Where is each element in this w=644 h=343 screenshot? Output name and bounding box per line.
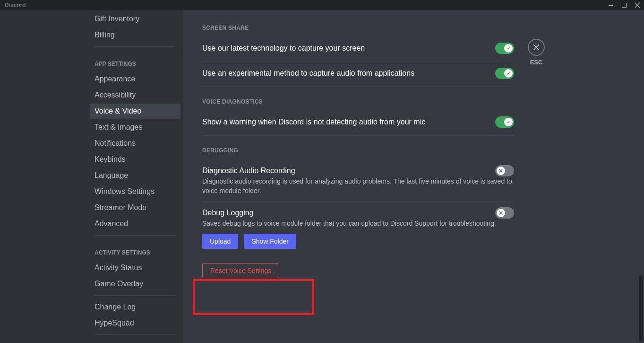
sidebar-item-language[interactable]: Language: [90, 168, 180, 183]
divider: [94, 334, 176, 335]
svg-rect-0: [609, 5, 613, 6]
divider: [94, 235, 176, 236]
toggle-diagnostic-recording[interactable]: [495, 165, 514, 176]
sidebar-item-change-log[interactable]: Change Log: [90, 299, 180, 315]
close-settings-button[interactable]: [528, 39, 545, 56]
x-icon: [498, 168, 504, 174]
sidebar-header-activity-settings: ACTIVITY SETTINGS: [90, 239, 180, 259]
check-icon: [506, 70, 511, 76]
section-header-screen-share: SCREEN SHARE: [202, 25, 514, 31]
x-icon: [498, 210, 504, 216]
check-icon: [506, 45, 511, 51]
toggle-mic-warning[interactable]: [495, 116, 514, 128]
settings-sidebar: Gift Inventory Billing APP SETTINGS Appe…: [80, 10, 183, 343]
maximize-button[interactable]: [621, 2, 627, 8]
scrollbar-thumb[interactable]: [639, 275, 643, 342]
setting-latest-tech-label: Use our latest technology to capture you…: [202, 44, 495, 53]
sidebar-item-billing[interactable]: Billing: [90, 27, 180, 43]
divider: [94, 46, 176, 47]
setting-diagnostic-recording-label: Diagnostic Audio Recording: [202, 167, 495, 175]
reset-voice-settings-button[interactable]: Reset Voice Settings: [202, 263, 279, 278]
toggle-experimental-audio[interactable]: [495, 68, 514, 79]
esc-label: ESC: [528, 59, 545, 66]
divider: [202, 135, 514, 136]
close-window-button[interactable]: [635, 2, 640, 8]
sidebar-item-gift-inventory[interactable]: Gift Inventory: [90, 11, 180, 26]
upload-button[interactable]: Upload: [202, 234, 238, 249]
toggle-debug-logging[interactable]: [495, 207, 514, 219]
sidebar-item-activity-status[interactable]: Activity Status: [90, 260, 180, 275]
svg-rect-1: [622, 3, 627, 8]
sidebar-item-notifications[interactable]: Notifications: [90, 136, 180, 151]
sidebar-item-accessibility[interactable]: Accessibility: [90, 88, 180, 103]
setting-experimental-audio-label: Use an experimental method to capture au…: [202, 69, 495, 78]
section-header-voice-diagnostics: VOICE DIAGNOSTICS: [202, 98, 514, 105]
sidebar-item-voice-video[interactable]: Voice & Video: [90, 104, 180, 119]
sidebar-item-game-overlay[interactable]: Game Overlay: [90, 276, 180, 291]
divider: [202, 87, 514, 87]
setting-diagnostic-recording-note: Diagnostic audio recording is used for a…: [202, 176, 514, 195]
toggle-latest-tech[interactable]: [495, 43, 514, 54]
titlebar: Discord: [0, 0, 644, 10]
setting-debug-logging-note: Saves debug logs to voice module folder …: [202, 219, 514, 228]
app-name: Discord: [4, 2, 26, 9]
divider: [94, 295, 176, 296]
check-icon: [506, 119, 511, 125]
sidebar-item-advanced[interactable]: Advanced: [90, 216, 180, 231]
setting-debug-logging-label: Debug Logging: [202, 209, 495, 217]
sidebar-item-windows-settings[interactable]: Windows Settings: [90, 184, 180, 199]
show-folder-button[interactable]: Show Folder: [244, 234, 296, 249]
minimize-button[interactable]: [608, 2, 614, 8]
sidebar-item-keybinds[interactable]: Keybinds: [90, 152, 180, 167]
sidebar-item-streamer-mode[interactable]: Streamer Mode: [90, 200, 180, 215]
sidebar-item-appearance[interactable]: Appearance: [90, 71, 180, 87]
sidebar-item-text-images[interactable]: Text & Images: [90, 120, 180, 135]
sidebar-header-app-settings: APP SETTINGS: [90, 51, 180, 70]
close-icon: [532, 43, 541, 52]
sidebar-item-logout[interactable]: Log Out: [90, 339, 180, 343]
sidebar-item-hypesquad[interactable]: HypeSquad: [90, 316, 180, 331]
section-header-debugging: DEBUGGING: [202, 147, 514, 154]
setting-mic-warning-label: Show a warning when Discord is not detec…: [202, 118, 495, 126]
